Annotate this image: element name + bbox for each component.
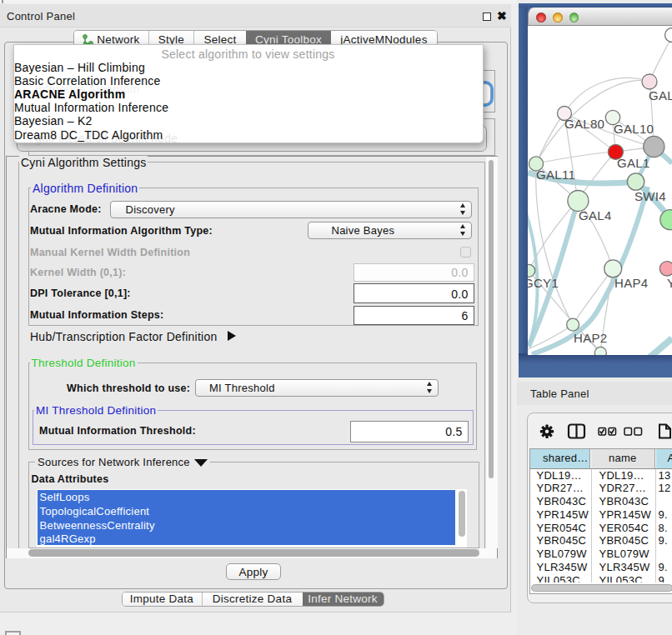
svg-text:GAL7: GAL7	[649, 88, 672, 102]
svg-text:GCY1: GCY1	[528, 276, 559, 290]
svg-text:Y: Y	[667, 276, 672, 290]
svg-text:GAL11: GAL11	[536, 168, 575, 182]
svg-text:SWI4: SWI4	[634, 189, 666, 203]
svg-text:HAP4: HAP4	[614, 276, 648, 290]
svg-text:GAL10: GAL10	[614, 122, 654, 136]
svg-text:HAP2: HAP2	[574, 331, 607, 345]
svg-text:GAL80: GAL80	[564, 117, 604, 131]
svg-text:GAL1: GAL1	[617, 156, 650, 170]
svg-text:GAL4: GAL4	[579, 208, 612, 222]
